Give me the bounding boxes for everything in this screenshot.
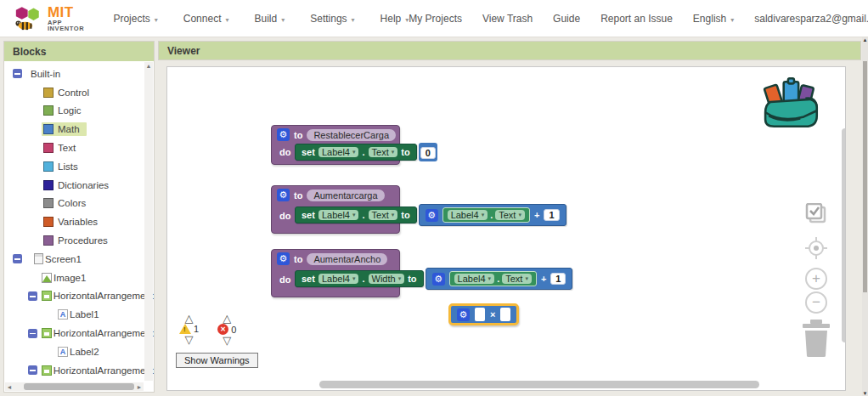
- property-dropdown[interactable]: Text: [502, 274, 532, 284]
- arrange-blocks-icon[interactable]: [804, 203, 828, 229]
- canvas-horizontal-scrollbar[interactable]: [319, 381, 759, 388]
- scroll-left-icon[interactable]: ◄: [5, 384, 14, 390]
- sidebar-item-variables[interactable]: Variables: [4, 212, 154, 231]
- scroll-right-icon[interactable]: ►: [135, 384, 144, 390]
- menu-settings[interactable]: Settings: [310, 13, 354, 25]
- mutator-gear-icon[interactable]: ⚙: [277, 252, 290, 265]
- number-value[interactable]: 1: [550, 273, 566, 285]
- canvas-vertical-scrollbar[interactable]: [842, 128, 846, 342]
- collapse-down-icon[interactable]: ▽: [185, 335, 194, 344]
- empty-socket[interactable]: [500, 308, 510, 321]
- collapse-icon[interactable]: [28, 365, 37, 375]
- scrollbar-thumb[interactable]: [24, 383, 134, 390]
- collapse-down-icon[interactable]: ▽: [223, 336, 231, 345]
- sidebar-item-horizontalarrangement-3[interactable]: HorizontalArrangement: [4, 361, 154, 380]
- trash-can-icon[interactable]: [799, 319, 833, 361]
- keyword-to: to: [294, 130, 302, 140]
- number-value[interactable]: 1: [544, 209, 559, 221]
- sidebar-item-horizontalarrangement-1[interactable]: HorizontalArrangement: [4, 287, 154, 306]
- collapse-icon[interactable]: [13, 254, 22, 263]
- collapse-up-icon[interactable]: △: [185, 314, 194, 323]
- keyword-do: do: [279, 211, 290, 221]
- sidebar-item-horizontalarrangement-2[interactable]: HorizontalArrangement: [4, 324, 154, 342]
- center-blocks-icon[interactable]: [803, 235, 829, 264]
- mit-app-inventor-logo[interactable]: MIT APP INVENTOR: [12, 3, 91, 34]
- sidebar-item-colors[interactable]: Colors: [4, 195, 154, 213]
- component-dropdown[interactable]: Label4: [448, 210, 488, 220]
- property-dropdown[interactable]: Text: [369, 147, 398, 157]
- collapse-icon[interactable]: [13, 69, 22, 78]
- math-addition-block[interactable]: ⚙ Label4 . Text + 1: [426, 268, 573, 290]
- set-property-block[interactable]: set Label4 . Text to: [295, 144, 417, 161]
- empty-socket[interactable]: [475, 308, 485, 321]
- show-warnings-button[interactable]: Show Warnings: [176, 353, 258, 368]
- main-menu: Projects Connect Build Settings Help: [113, 13, 409, 25]
- blocks-canvas[interactable]: ⚙ to RestablecerCarga do set Label4 . Te…: [166, 66, 846, 391]
- zoom-out-button[interactable]: −: [805, 291, 827, 314]
- procedure-block-aumentarcarga[interactable]: ⚙ to Aumentarcarga do set Label4 . Text …: [271, 185, 400, 234]
- sidebar-horizontal-scrollbar[interactable]: ◄ ►: [5, 382, 144, 391]
- link-view-trash[interactable]: View Trash: [482, 13, 533, 25]
- sidebar-item-label2[interactable]: A Label2: [4, 342, 154, 361]
- keyword-dot: .: [497, 274, 499, 284]
- procedure-block-aumentarancho[interactable]: ⚙ to AumentarAncho do set Label4 . Width…: [271, 249, 400, 297]
- sidebar-item-label1[interactable]: A Label1: [4, 305, 154, 324]
- window-scrollbar[interactable]: ▲ ▼: [862, 37, 868, 396]
- mutator-gear-icon[interactable]: ⚙: [426, 209, 438, 222]
- menu-build[interactable]: Build: [255, 13, 285, 25]
- procedure-name-field[interactable]: RestablecerCarga: [307, 129, 396, 141]
- mutator-gear-icon[interactable]: ⚙: [432, 273, 445, 286]
- menu-projects[interactable]: Projects: [113, 13, 157, 25]
- mutator-gear-icon[interactable]: ⚙: [457, 308, 470, 321]
- sidebar-item-lists[interactable]: Lists: [4, 157, 154, 176]
- account-menu[interactable]: saldivaresparza2@gmail.com: [754, 13, 868, 25]
- sidebar-vertical-scrollbar[interactable]: ▲: [144, 62, 153, 381]
- menu-help[interactable]: Help: [380, 13, 409, 25]
- sidebar-item-screen1[interactable]: Screen1: [4, 250, 154, 269]
- collapse-up-icon[interactable]: △: [223, 314, 231, 323]
- getter-block[interactable]: Label4 . Text: [442, 207, 530, 223]
- link-my-projects[interactable]: My Projects: [409, 13, 462, 25]
- component-dropdown[interactable]: Label4: [454, 274, 495, 284]
- sidebar-item-dictionaries[interactable]: Dictionaries: [4, 176, 154, 195]
- number-block[interactable]: 0: [419, 143, 437, 161]
- mutator-gear-icon[interactable]: ⚙: [277, 189, 290, 201]
- scroll-down-icon[interactable]: ▼: [862, 391, 868, 396]
- sidebar-item-text[interactable]: Text: [4, 139, 154, 157]
- sidebar-item-image1[interactable]: Image1: [4, 269, 154, 287]
- colors-drawer-icon: [43, 198, 54, 208]
- menu-connect[interactable]: Connect: [183, 13, 229, 25]
- property-dropdown[interactable]: Width: [369, 274, 405, 284]
- scroll-up-icon[interactable]: ▲: [144, 62, 153, 71]
- math-multiplication-block-selected[interactable]: ⚙ ×: [448, 303, 519, 325]
- procedure-name-field[interactable]: Aumentarcarga: [307, 190, 384, 201]
- language-selector[interactable]: English: [693, 13, 734, 25]
- collapse-icon[interactable]: [28, 291, 37, 301]
- number-value[interactable]: 0: [420, 147, 436, 159]
- set-property-block[interactable]: set Label4 . Text to: [295, 206, 417, 223]
- procedure-name-field[interactable]: AumentarAncho: [307, 253, 387, 265]
- sidebar-item-control[interactable]: Control: [4, 83, 154, 102]
- sidebar-item-logic[interactable]: Logic: [4, 102, 154, 121]
- sidebar-item-builtin[interactable]: Built-in: [4, 65, 154, 83]
- component-dropdown[interactable]: Label4: [318, 210, 359, 220]
- scroll-up-icon[interactable]: ▲: [862, 37, 868, 42]
- scrollbar-thumb[interactable]: [863, 61, 867, 292]
- math-addition-block[interactable]: ⚙ Label4 . Text + 1: [419, 204, 566, 226]
- set-property-block[interactable]: set Label4 . Width to: [295, 270, 424, 287]
- collapse-icon[interactable]: [28, 329, 37, 338]
- sidebar-item-math[interactable]: Math: [4, 120, 154, 139]
- mutator-gear-icon[interactable]: ⚙: [277, 128, 290, 141]
- zoom-in-button[interactable]: +: [805, 268, 827, 290]
- sidebar-item-procedures[interactable]: Procedures: [4, 231, 154, 250]
- property-dropdown[interactable]: Text: [369, 210, 398, 220]
- backpack-icon[interactable]: [762, 77, 825, 133]
- link-guide[interactable]: Guide: [553, 13, 580, 25]
- property-dropdown[interactable]: Text: [495, 210, 525, 220]
- procedure-block-restablecercarga[interactable]: ⚙ to RestablecerCarga do set Label4 . Te…: [271, 125, 400, 165]
- operator-plus: +: [541, 274, 546, 284]
- getter-block[interactable]: Label4 . Text: [449, 271, 537, 286]
- link-report-issue[interactable]: Report an Issue: [600, 13, 673, 25]
- component-dropdown[interactable]: Label4: [318, 274, 359, 284]
- component-dropdown[interactable]: Label4: [318, 147, 359, 157]
